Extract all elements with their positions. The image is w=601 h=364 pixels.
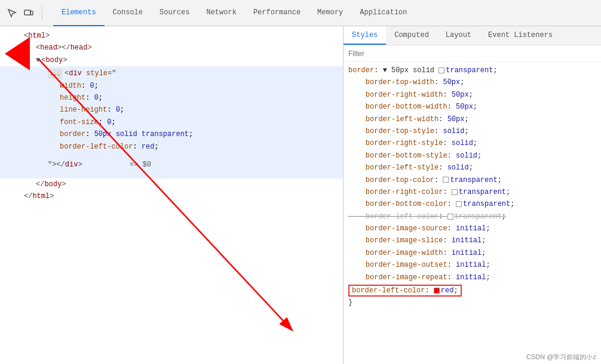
filter-input[interactable] <box>348 50 596 58</box>
tab-layout[interactable]: Layout <box>437 26 480 45</box>
style-rule-border-image-repeat: border-image-repeat: initial; <box>348 272 596 283</box>
swatch-red[interactable] <box>434 288 440 294</box>
style-rule-border-image-source: border-image-source: initial; <box>348 223 596 235</box>
style-rule-border-bottom-style: border-bottom-style: solid; <box>348 150 596 162</box>
swatch-transparent-border[interactable] <box>439 67 444 73</box>
dom-style-borderleftcolor: border-left-color: red; <box>0 141 343 153</box>
tab-event-listeners[interactable]: Event Listeners <box>480 26 561 45</box>
styles-content: border: ▼ 50px solid transparent; border… <box>344 62 601 364</box>
main-content: <html> <head></head> ▼<body> ... <div st… <box>0 26 601 364</box>
dom-style-fontsize: font-size: 0; <box>0 116 343 128</box>
style-rule-border-left-width: border-left-width: 50px; <box>348 113 596 125</box>
style-rule-border-left-color-highlighted: border-left-color: red; <box>348 285 596 297</box>
dom-style-border: border: 50px solid transparent; <box>0 128 343 140</box>
style-rule-border-right-color: border-right-color: transparent; <box>348 186 596 198</box>
dom-body-tag[interactable]: ▼<body> <box>0 54 343 66</box>
dom-div-block: ... <div style=" width: 0; height: 0; li… <box>0 66 343 178</box>
style-rule-border-left-style: border-left-style: solid; <box>348 162 596 174</box>
tab-sources[interactable]: Sources <box>151 0 198 26</box>
style-rule-border-bottom-width: border-bottom-width: 50px; <box>348 101 596 113</box>
dom-html-close[interactable]: </html> <box>0 190 343 202</box>
device-toggle-icon[interactable] <box>22 6 36 20</box>
style-rule-border-image-width: border-image-width: initial; <box>348 247 596 259</box>
tab-network[interactable]: Network <box>198 0 244 26</box>
swatch-right-color[interactable] <box>452 189 458 195</box>
tab-application[interactable]: Application <box>351 0 415 26</box>
dom-tree: <html> <head></head> ▼<body> ... <div st… <box>0 26 343 206</box>
dom-div-close[interactable]: "></div> == $0 <box>0 153 343 177</box>
filter-bar <box>344 45 601 62</box>
dom-div-open[interactable]: ... <div style=" <box>0 67 343 79</box>
toolbar-divider <box>42 6 42 20</box>
devtools-toolbar: Elements Console Sources Network Perform… <box>0 0 601 26</box>
expand-btn[interactable]: ... <box>48 69 62 79</box>
style-rule-border-top-color: border-top-color: transparent; <box>348 174 596 186</box>
panel-tabs: Styles Computed Layout Event Listeners <box>344 26 601 45</box>
tab-elements[interactable]: Elements <box>53 0 105 26</box>
left-panel: <html> <head></head> ▼<body> ... <div st… <box>0 26 344 364</box>
dom-head-tag[interactable]: <head></head> <box>0 42 343 54</box>
style-rule-border-image-outset: border-image-outset: initial; <box>348 259 596 271</box>
tab-styles[interactable]: Styles <box>344 26 386 45</box>
dom-style-height: height: 0; <box>0 92 343 104</box>
dom-style-lineheight: line-height: 0; <box>0 104 343 116</box>
style-rule-border-right-style: border-right-style: solid; <box>348 137 596 149</box>
tab-memory[interactable]: Memory <box>309 0 351 26</box>
highlighted-rule-box: border-left-color: red; <box>348 285 462 297</box>
swatch-bottom-color[interactable] <box>456 201 462 207</box>
main-tab-nav: Elements Console Sources Network Perform… <box>53 0 416 26</box>
tab-computed[interactable]: Computed <box>386 26 437 45</box>
watermark: CSDN @学习前端的小z <box>526 353 596 362</box>
swatch-left-color-struck[interactable] <box>447 214 453 220</box>
style-closing-brace: } <box>348 297 596 309</box>
style-rule-border-top-style: border-top-style: solid; <box>348 125 596 137</box>
style-rule-border: border: ▼ 50px solid transparent; <box>348 64 596 76</box>
style-rule-border-image-slice: border-image-slice: initial; <box>348 235 596 246</box>
style-rule-border-top-width: border-top-width: 50px; <box>348 76 596 88</box>
dom-html-tag[interactable]: <html> <box>0 30 343 42</box>
swatch-top-color[interactable] <box>443 177 449 183</box>
dom-body-close[interactable]: </body> <box>0 178 343 190</box>
svg-rect-0 <box>24 10 30 15</box>
inspect-icon[interactable] <box>5 6 19 20</box>
tab-performance[interactable]: Performance <box>245 0 309 26</box>
svg-rect-1 <box>30 11 33 15</box>
style-rule-border-bottom-color: border-bottom-color: transparent; <box>348 198 596 210</box>
toolbar-icons <box>5 6 46 20</box>
dom-style-width: width: 0; <box>0 80 343 92</box>
style-rule-border-right-width: border-right-width: 50px; <box>348 89 596 101</box>
right-panel: Styles Computed Layout Event Listeners b… <box>344 26 601 364</box>
style-rule-border-left-color-struck: border-left-color: transparent; <box>348 211 596 223</box>
tab-console[interactable]: Console <box>105 0 151 26</box>
